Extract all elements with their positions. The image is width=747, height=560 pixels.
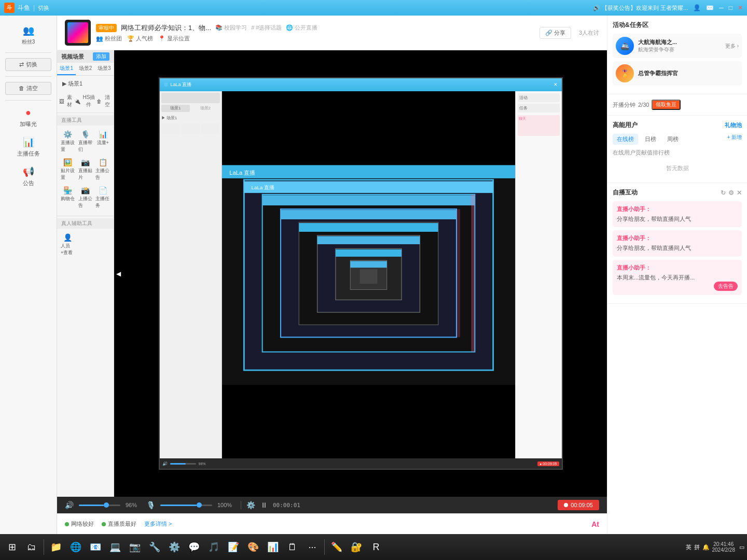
taskbar-time[interactable]: 20:41:46 2024/2/28 <box>712 541 736 553</box>
taskbar-mail[interactable]: 📧 <box>86 538 105 556</box>
material-btn[interactable]: 🖼素材 <box>59 94 74 108</box>
user-icon[interactable]: 👤 <box>693 4 701 11</box>
minimize-btn[interactable]: ─ <box>719 4 724 11</box>
tree-item-1[interactable]: ▶ 场景1 <box>60 78 111 89</box>
goto-btn[interactable]: 去告告 <box>714 282 738 291</box>
add-fan-link[interactable]: + 新增 <box>727 134 742 145</box>
mic-slider[interactable] <box>160 505 212 506</box>
location-tag-label: 显示位置 <box>167 35 190 43</box>
taskbar-ime[interactable]: 拼 <box>694 543 700 551</box>
activity-card-1[interactable]: 🚢 大航海航海之... 航海荣誉争夺赛 更多 › <box>613 34 742 58</box>
tab-daily[interactable]: 日榜 <box>641 134 660 145</box>
settings-icon-2[interactable]: ⚙ <box>728 189 734 197</box>
inner-tree: ▶ 场景1 <box>160 114 222 122</box>
grid-item-task[interactable]: 📄主播任务 <box>94 184 111 211</box>
inner-vol-fill <box>170 463 186 465</box>
volume-btn[interactable]: 🔊 <box>65 501 74 509</box>
sidebar-item-fans[interactable]: 👥 粉丝3 <box>0 21 57 50</box>
taskbar-app7[interactable]: 📝 <box>224 538 243 556</box>
mic-btn[interactable]: 🎙️ <box>146 501 155 509</box>
mic-percent: 100% <box>217 502 236 508</box>
clear-scene-btn[interactable]: 🗑清空 <box>96 94 112 108</box>
close-icon[interactable]: ✕ <box>737 189 742 197</box>
taskbar-app8[interactable]: 🎨 <box>244 538 262 556</box>
tag-campus[interactable]: 📚 校园学习 <box>215 24 247 32</box>
taskbar-net[interactable]: R <box>367 538 385 556</box>
tool-tab-3[interactable]: 场景3 <box>95 63 114 75</box>
left-arrow-btn[interactable]: ◀ <box>114 266 123 282</box>
taskbar-notify-icon[interactable]: 🔔 <box>702 544 710 551</box>
taskbar-more[interactable]: ··· <box>303 538 322 556</box>
tag-topic[interactable]: # #选择话题 <box>251 24 282 32</box>
user-tab-bar: 在线榜 日榜 周榜 + 新增 <box>613 134 742 145</box>
inner-vol-icon: 🔊 <box>162 461 168 466</box>
clear-button[interactable]: 🗑 清空 <box>5 82 51 95</box>
stop-button[interactable]: 00:09:05 <box>558 500 599 510</box>
grid-item-traffic[interactable]: 📊流量+ <box>94 128 111 155</box>
grid-item-broadcast[interactable]: 📸上播公告 <box>77 184 94 211</box>
taskbar-security[interactable]: 🔐 <box>347 538 366 556</box>
tool-tab-2[interactable]: 场景2 <box>76 63 94 75</box>
taskbar-app1[interactable]: 💻 <box>106 538 125 556</box>
hs-plugin-btn[interactable]: 🔌HS插件 <box>74 94 96 108</box>
main-body: 👥 粉丝3 ⇄ 切换 🗑 清空 ● 加曝光 📊 主播任务 📢 公告 <box>0 16 747 534</box>
grid-label-assistant: 人员+查看 <box>61 243 75 256</box>
fans-tag[interactable]: 👥 粉丝团 <box>96 35 122 43</box>
share-button[interactable]: 🔗 分享 <box>540 27 571 39</box>
grid-item-help[interactable]: 🎙️直播帮们 <box>77 128 94 155</box>
taskbar-app3[interactable]: 🔧 <box>145 538 164 556</box>
grid-item-notice[interactable]: 📋主播公告 <box>94 156 111 183</box>
add-scene-btn[interactable]: 添加 <box>93 52 109 61</box>
taskbar-app9[interactable]: 📊 <box>264 538 282 556</box>
maximize-btn[interactable]: □ <box>729 4 732 11</box>
refresh-icon[interactable]: ↻ <box>721 189 726 197</box>
activity-card-2[interactable]: 🎖️ 总管争霸指挥官 <box>613 61 742 86</box>
timer-claim-btn[interactable]: 领取鱼豆 <box>652 100 681 110</box>
popular-tag[interactable]: 🏆 人气榜 <box>127 35 153 43</box>
taskbar-app6[interactable]: 🎵 <box>204 538 223 556</box>
sidebar-item-announce[interactable]: 📢 公告 <box>0 162 57 191</box>
center-column: 审核中 网络工程师必学知识：1、物... 📚 校园学习 # #选择话题 🌐 公开… <box>57 16 607 534</box>
tab-weekly[interactable]: 周榜 <box>663 134 683 145</box>
settings-btn[interactable]: ⚙️ <box>246 501 255 509</box>
tab-online[interactable]: 在线榜 <box>613 134 638 145</box>
taskbar-lang[interactable]: 英 <box>686 543 691 551</box>
mail-icon[interactable]: ✉️ <box>706 4 714 11</box>
taskbar-pen[interactable]: ✏️ <box>327 538 346 556</box>
grid-item-assistant[interactable]: 👤人员+查看 <box>60 231 76 258</box>
grid-item-sticker[interactable]: 🖼️贴片设置 <box>60 156 76 183</box>
svg-rect-12 <box>299 223 438 232</box>
taskbar-app2[interactable]: 📷 <box>126 538 144 556</box>
tag-public[interactable]: 🌐 公开直播 <box>286 24 317 32</box>
mic-knob <box>197 502 202 508</box>
grid-item-settings[interactable]: ⚙️直播设置 <box>60 128 76 155</box>
more-details-link[interactable]: 更多详情 > <box>144 520 172 528</box>
sidebar-item-table[interactable]: 📊 主播任务 <box>0 132 57 162</box>
location-tag[interactable]: 📍 显示位置 <box>158 35 190 43</box>
title-bar: 斗 斗鱼 | 切换 🔊 【获奖公告】欢迎来到 王者荣耀... 👤 ✉️ ─ □ … <box>0 0 747 16</box>
taskbar-edge[interactable]: 🌐 <box>66 538 85 556</box>
tool-tabs: 场景1 场景2 场景3 <box>57 63 114 76</box>
inner-sidebar: 场景1 场景2 ▶ 场景1 <box>160 91 222 459</box>
taskbar-app10[interactable]: 🗒 <box>283 538 302 556</box>
taskbar-app4[interactable]: ⚙️ <box>165 538 184 556</box>
tool-tab-1[interactable]: 场景1 <box>57 63 76 75</box>
task-view-btn[interactable]: 🗂 <box>22 538 41 556</box>
auto-section: 自播互动 ↻ ⚙ ✕ 直播小助手： 分享给朋友，帮助直播间人气 直播小助手： 分… <box>607 183 747 304</box>
sidebar-item-record[interactable]: ● 加曝光 <box>0 103 57 132</box>
show-desktop-btn[interactable]: ▭ <box>739 544 744 551</box>
grid-item-camera[interactable]: 📷直播贴片 <box>77 156 94 183</box>
switch-label[interactable]: 切换 <box>38 4 49 12</box>
timer-display: 00:00:01 <box>273 502 300 509</box>
volume-slider[interactable] <box>79 505 120 506</box>
svg-rect-8 <box>262 195 475 205</box>
pause-btn[interactable]: ⏸ <box>260 501 268 509</box>
taskbar-explorer[interactable]: 📁 <box>47 538 65 556</box>
grid-item-shop[interactable]: 🏪购物仓 <box>60 184 76 211</box>
close-btn[interactable]: ✕ <box>738 4 743 11</box>
switch-button[interactable]: ⇄ 切换 <box>5 58 51 71</box>
start-btn[interactable]: ⊞ <box>3 538 21 556</box>
broadcast-title-3: 直播小助手： <box>617 264 738 272</box>
taskbar-app5[interactable]: 💬 <box>185 538 203 556</box>
grid-label-task: 主播任务 <box>95 195 110 209</box>
